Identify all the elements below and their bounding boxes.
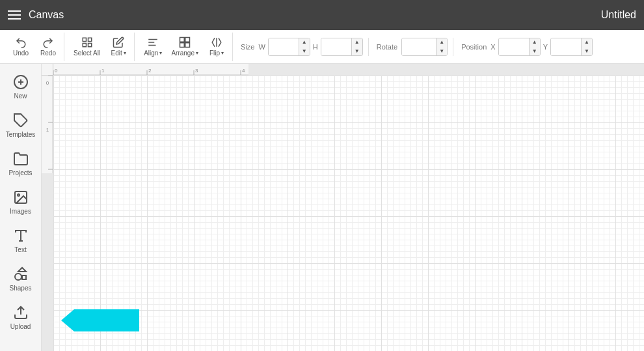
arrow-right-tip bbox=[126, 309, 139, 331]
arrange-button[interactable]: Arrange ▾ bbox=[167, 33, 202, 61]
sidebar-item-upload[interactable]: Upload bbox=[3, 300, 39, 335]
sidebar-item-shapes[interactable]: Shapes bbox=[3, 261, 39, 297]
align-arrange-group: Align ▾ Arrange ▾ Flip bbox=[137, 33, 233, 61]
upload-icon bbox=[13, 305, 29, 320]
svg-point-17 bbox=[18, 194, 20, 196]
sidebar-item-templates-label: Templates bbox=[6, 131, 36, 138]
arrow-body bbox=[74, 309, 139, 331]
h-label: H bbox=[313, 43, 318, 51]
size-label: Size bbox=[241, 43, 254, 51]
y-input[interactable] bbox=[551, 38, 581, 56]
x-up[interactable]: ▲ bbox=[530, 38, 540, 47]
sidebar-item-new-label: New bbox=[14, 92, 27, 100]
svg-rect-7 bbox=[180, 38, 185, 42]
x-spinners: ▲ ▼ bbox=[529, 38, 540, 56]
sidebar-item-projects-label: Projects bbox=[8, 169, 32, 176]
sidebar-item-text-label: Text bbox=[14, 246, 26, 253]
edit-button[interactable]: Edit ▾ bbox=[105, 33, 131, 61]
svg-text:3: 3 bbox=[195, 68, 198, 74]
sidebar-item-templates[interactable]: Templates bbox=[3, 107, 39, 143]
images-icon bbox=[13, 190, 29, 205]
width-spinners: ▲ ▼ bbox=[299, 38, 310, 56]
width-down[interactable]: ▼ bbox=[299, 47, 310, 56]
height-down[interactable]: ▼ bbox=[352, 47, 362, 56]
templates-icon bbox=[13, 113, 29, 128]
height-field[interactable]: ▲ ▼ bbox=[321, 38, 363, 56]
svg-rect-50 bbox=[42, 76, 53, 173]
header: Canvas Untitled bbox=[0, 0, 644, 30]
svg-text:1: 1 bbox=[46, 127, 49, 133]
select-edit-group: Select All Edit ▾ bbox=[67, 33, 135, 61]
sidebar-item-projects[interactable]: Projects bbox=[3, 146, 39, 182]
svg-text:1: 1 bbox=[101, 68, 105, 74]
sidebar-item-text[interactable]: Text bbox=[3, 223, 39, 259]
y-field[interactable]: ▲ ▼ bbox=[550, 38, 593, 56]
svg-text:2: 2 bbox=[148, 68, 152, 74]
ruler-top: 0 1 2 3 4 5 6 7 8 9 10 11 12 bbox=[53, 64, 248, 76]
text-icon bbox=[13, 228, 29, 244]
grid-canvas[interactable] bbox=[53, 76, 644, 351]
svg-rect-10 bbox=[185, 43, 190, 48]
svg-rect-0 bbox=[83, 38, 86, 41]
flip-button[interactable]: Flip ▾ bbox=[204, 33, 230, 61]
app-title: Canvas bbox=[29, 9, 64, 21]
document-title: Untitled bbox=[601, 9, 636, 21]
svg-point-20 bbox=[15, 274, 21, 280]
svg-text:0: 0 bbox=[46, 80, 49, 86]
svg-text:4: 4 bbox=[242, 68, 245, 74]
sidebar-item-images-label: Images bbox=[10, 208, 31, 215]
arrow-left-tip bbox=[61, 309, 74, 331]
sidebar-item-new[interactable]: New bbox=[3, 69, 39, 105]
x-label: X bbox=[490, 43, 495, 51]
x-input[interactable] bbox=[499, 38, 529, 56]
sidebar-item-images[interactable]: Images bbox=[3, 184, 39, 220]
undo-button[interactable]: Undo bbox=[8, 33, 34, 61]
sidebar-item-shapes-label: Shapes bbox=[10, 285, 32, 292]
rotate-input[interactable] bbox=[402, 38, 436, 56]
shapes-icon bbox=[13, 266, 29, 282]
svg-rect-9 bbox=[180, 43, 185, 48]
sidebar: New Templates Projects Images bbox=[0, 64, 42, 351]
sidebar-item-upload-label: Upload bbox=[10, 323, 31, 330]
ruler-corner bbox=[42, 64, 53, 76]
w-label: W bbox=[258, 43, 265, 51]
svg-rect-2 bbox=[83, 44, 86, 47]
select-all-button[interactable]: Select All bbox=[70, 33, 104, 61]
main-content: New Templates Projects Images bbox=[0, 64, 644, 351]
x-down[interactable]: ▼ bbox=[530, 47, 540, 56]
rotate-down[interactable]: ▼ bbox=[436, 47, 447, 56]
height-spinners: ▲ ▼ bbox=[351, 38, 362, 56]
arrow-annotation bbox=[61, 309, 139, 331]
y-label: Y bbox=[543, 43, 548, 51]
projects-icon bbox=[13, 151, 29, 167]
position-label: Position bbox=[461, 43, 487, 51]
x-field[interactable]: ▲ ▼ bbox=[498, 38, 541, 56]
rotate-spinners: ▲ ▼ bbox=[436, 38, 447, 56]
position-group: Position X ▲ ▼ Y ▲ ▼ bbox=[456, 38, 598, 56]
width-up[interactable]: ▲ bbox=[299, 38, 310, 47]
svg-rect-3 bbox=[88, 44, 91, 47]
rotate-field[interactable]: ▲ ▼ bbox=[401, 38, 448, 56]
height-up[interactable]: ▲ bbox=[352, 38, 362, 47]
canvas-area[interactable]: 0 1 2 3 4 5 6 7 8 9 10 11 12 bbox=[42, 64, 644, 351]
svg-rect-8 bbox=[185, 38, 190, 42]
redo-button[interactable]: Redo bbox=[35, 33, 61, 61]
ruler-left: 0 1 2 3 4 5 bbox=[42, 76, 53, 173]
menu-icon[interactable] bbox=[8, 10, 21, 20]
rotate-group: Rotate ▲ ▼ bbox=[371, 38, 453, 56]
size-group: Size W ▲ ▼ H ▲ ▼ bbox=[235, 38, 369, 56]
y-up[interactable]: ▲ bbox=[582, 38, 592, 47]
width-field[interactable]: ▲ ▼ bbox=[268, 38, 310, 56]
y-down[interactable]: ▼ bbox=[582, 47, 592, 56]
height-input[interactable] bbox=[321, 38, 351, 56]
toolbar: Undo Redo Select All bbox=[0, 30, 644, 64]
y-spinners: ▲ ▼ bbox=[581, 38, 592, 56]
width-input[interactable] bbox=[269, 38, 299, 56]
align-button[interactable]: Align ▾ bbox=[140, 33, 166, 61]
undo-redo-group: Undo Redo bbox=[5, 33, 64, 61]
new-icon bbox=[13, 74, 29, 90]
svg-rect-1 bbox=[88, 38, 91, 41]
rotate-label: Rotate bbox=[377, 43, 397, 51]
rotate-up[interactable]: ▲ bbox=[436, 38, 447, 47]
header-left: Canvas bbox=[8, 9, 64, 21]
